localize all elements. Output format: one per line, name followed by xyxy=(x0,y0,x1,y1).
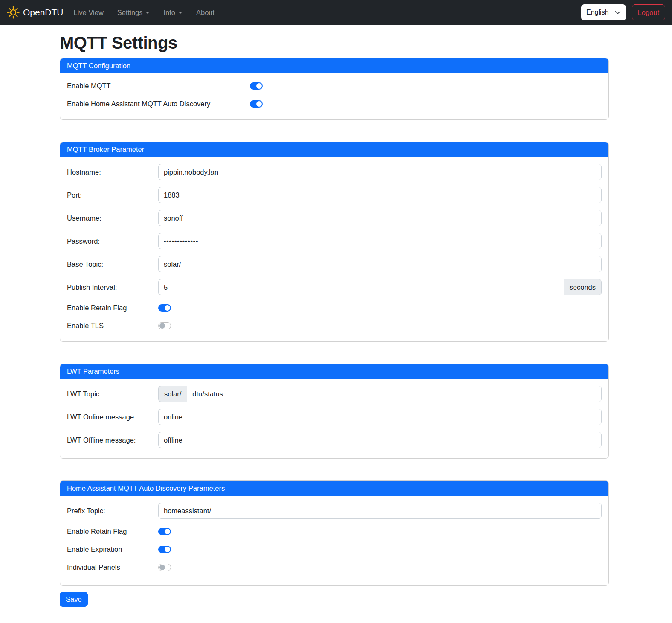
enable-retain-label: Enable Retain Flag xyxy=(67,304,158,312)
form-row: Enable Retain Flag xyxy=(67,526,602,537)
sun-icon xyxy=(7,6,20,19)
enable-expiration-label: Enable Expiration xyxy=(67,545,158,553)
username-input[interactable] xyxy=(158,210,602,226)
logout-button[interactable]: Logout xyxy=(632,4,665,20)
port-input[interactable] xyxy=(158,187,602,203)
enable-mqtt-label: Enable MQTT xyxy=(67,82,250,90)
lwt-topic-label: LWT Topic: xyxy=(67,390,158,398)
password-label: Password: xyxy=(67,237,158,245)
hostname-label: Hostname: xyxy=(67,168,158,176)
port-label: Port: xyxy=(67,191,158,199)
lwt-topic-input[interactable] xyxy=(187,386,602,402)
card-mqtt-configuration: MQTT Configuration Enable MQTT Enable Ho… xyxy=(60,58,609,120)
form-row: LWT Online message: xyxy=(67,409,602,425)
form-row: Enable Expiration xyxy=(67,544,602,555)
enable-ha-discovery-toggle[interactable] xyxy=(250,100,263,108)
base-topic-input[interactable] xyxy=(158,256,602,272)
toggle-knob xyxy=(256,101,262,107)
form-row: LWT Offline message: xyxy=(67,432,602,448)
brand-label: OpenDTU xyxy=(23,7,64,17)
nav-about[interactable]: About xyxy=(196,5,214,20)
toggle-knob xyxy=(159,565,165,570)
card-header: Home Assistant MQTT Auto Discovery Param… xyxy=(60,481,608,496)
lwt-online-label: LWT Online message: xyxy=(67,413,158,421)
prefix-topic-input[interactable] xyxy=(158,503,602,519)
publish-interval-label: Publish Interval: xyxy=(67,283,158,291)
form-row: Base Topic: xyxy=(67,256,602,272)
enable-retain-toggle[interactable] xyxy=(158,304,171,312)
enable-tls-toggle[interactable] xyxy=(158,322,171,329)
password-input[interactable] xyxy=(158,233,602,249)
form-row: Username: xyxy=(67,210,602,226)
caret-down-icon xyxy=(178,12,182,14)
toggle-knob xyxy=(165,529,170,534)
enable-mqtt-toggle[interactable] xyxy=(250,82,263,90)
caret-down-icon xyxy=(145,12,150,14)
publish-interval-input[interactable] xyxy=(158,279,564,295)
lwt-offline-label: LWT Offline message: xyxy=(67,436,158,444)
hostname-input[interactable] xyxy=(158,164,602,180)
publish-interval-unit: seconds xyxy=(564,279,602,295)
form-row: Port: xyxy=(67,187,602,203)
form-row: LWT Topic: solar/ xyxy=(67,386,602,402)
card-header: MQTT Broker Parameter xyxy=(60,142,608,157)
form-row: Enable Home Assistant MQTT Auto Discover… xyxy=(67,98,602,109)
form-row: Hostname: xyxy=(67,164,602,180)
brand-link[interactable]: OpenDTU xyxy=(7,6,64,19)
form-row: Prefix Topic: xyxy=(67,503,602,519)
individual-panels-label: Individual Panels xyxy=(67,563,158,571)
prefix-topic-label: Prefix Topic: xyxy=(67,507,158,515)
form-row: Enable Retain Flag xyxy=(67,302,602,313)
save-button[interactable]: Save xyxy=(60,592,88,607)
chevron-down-icon xyxy=(615,9,621,15)
lwt-offline-input[interactable] xyxy=(158,432,602,448)
nav-live-view[interactable]: Live View xyxy=(74,5,104,20)
card-lwt-parameters: LWT Parameters LWT Topic: solar/ LWT Onl… xyxy=(60,364,609,459)
enable-expiration-toggle[interactable] xyxy=(158,546,171,553)
card-broker-parameter: MQTT Broker Parameter Hostname: Port: Us… xyxy=(60,142,609,342)
lwt-topic-prefix: solar/ xyxy=(158,386,187,402)
lwt-online-input[interactable] xyxy=(158,409,602,425)
toggle-knob xyxy=(256,83,262,89)
toggle-knob xyxy=(159,323,165,329)
card-hass-parameters: Home Assistant MQTT Auto Discovery Param… xyxy=(60,480,609,586)
form-row: Individual Panels xyxy=(67,562,602,573)
language-selected-value: English xyxy=(586,9,608,16)
toggle-knob xyxy=(165,547,170,552)
toggle-knob xyxy=(165,305,170,311)
page-title: MQTT Settings xyxy=(60,33,609,52)
hass-enable-retain-toggle[interactable] xyxy=(158,528,171,535)
language-select[interactable]: English xyxy=(581,4,626,20)
card-header: MQTT Configuration xyxy=(60,58,608,73)
nav-settings[interactable]: Settings xyxy=(117,5,150,20)
navbar: OpenDTU Live View Settings Info About En… xyxy=(0,0,672,25)
enable-ha-discovery-label: Enable Home Assistant MQTT Auto Discover… xyxy=(67,100,250,108)
nav-info-label: Info xyxy=(163,9,175,17)
nav-settings-label: Settings xyxy=(117,9,143,17)
form-row: Password: xyxy=(67,233,602,249)
individual-panels-toggle[interactable] xyxy=(158,564,171,571)
hass-enable-retain-label: Enable Retain Flag xyxy=(67,527,158,536)
form-row: Enable MQTT xyxy=(67,80,602,91)
username-label: Username: xyxy=(67,214,158,222)
enable-tls-label: Enable TLS xyxy=(67,322,158,330)
main-content: MQTT Settings MQTT Configuration Enable … xyxy=(60,33,609,615)
base-topic-label: Base Topic: xyxy=(67,260,158,268)
form-row: Enable TLS xyxy=(67,320,602,331)
form-row: Publish Interval: seconds xyxy=(67,279,602,295)
card-header: LWT Parameters xyxy=(60,364,608,379)
nav-info[interactable]: Info xyxy=(163,5,182,20)
